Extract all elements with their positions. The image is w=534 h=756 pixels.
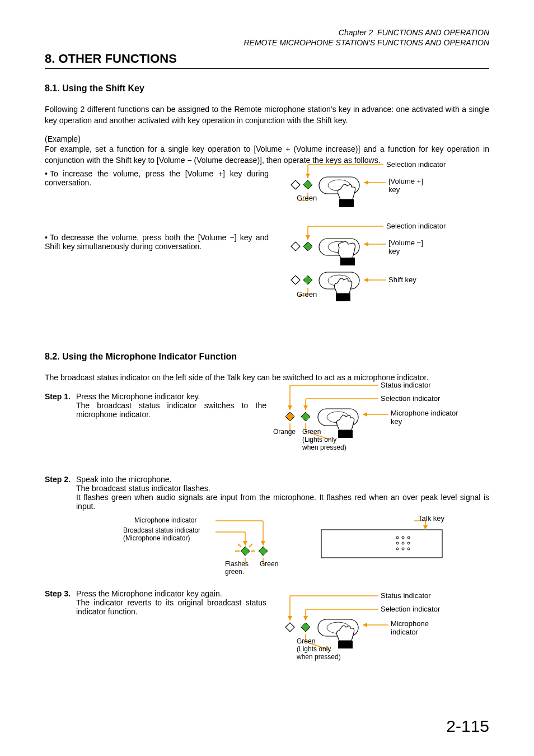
hand-icon (337, 415, 354, 438)
svg-marker-33 (288, 405, 292, 410)
speaker-grid-icon (396, 536, 410, 550)
label-talk-key: Talk key (418, 514, 444, 522)
label-selection-indicator: Selection indicator (386, 160, 446, 169)
svg-marker-77 (288, 616, 292, 620)
label-flashes-green: Flashes green. (225, 560, 249, 576)
svg-marker-80 (303, 616, 308, 620)
label-selection-indicator-s3: Selection indicator (381, 605, 440, 613)
label-selection-indicator-2: Selection indicator (386, 222, 446, 230)
svg-marker-28 (364, 278, 368, 282)
label-status-indicator-s3: Status indicator (381, 591, 431, 600)
label-green: Green (297, 194, 317, 202)
svg-point-65 (407, 536, 410, 539)
chapter-header-line1: Chapter 2 FUNCTIONS AND OPERATION (45, 28, 489, 37)
label-broadcast-status: Broadcast status indicator (Microphone i… (123, 526, 200, 542)
svg-marker-14 (306, 235, 310, 240)
label-shift-key: Shift key (388, 276, 416, 284)
label-lights-note: (Lights only when pressed) (302, 436, 346, 451)
svg-marker-37 (285, 412, 294, 421)
section-8-1-heading: 8.1. Using the Shift Key (45, 83, 489, 94)
svg-marker-23 (303, 276, 312, 284)
label-selection-indicator-s1: Selection indicator (381, 394, 440, 403)
label-green-s1: Green (302, 428, 321, 436)
svg-line-56 (238, 544, 241, 547)
section-8-1-intro: Following 2 different functions can be a… (45, 104, 489, 127)
label-mic-indicator-s3: Microphone indicator (391, 619, 429, 636)
chapter-number: Chapter 2 (339, 28, 373, 37)
svg-marker-4 (303, 180, 312, 189)
svg-marker-3 (291, 180, 300, 189)
svg-marker-59 (259, 547, 268, 556)
page: Chapter 2 FUNCTIONS AND OPERATION REMOTE… (0, 0, 534, 756)
svg-marker-36 (303, 405, 308, 410)
label-status-indicator: Status indicator (381, 381, 431, 389)
label-green-s3: Green (297, 637, 315, 645)
diagram-step-2-left: Microphone indicator Broadcast status in… (118, 514, 285, 576)
svg-marker-22 (291, 276, 300, 284)
svg-point-63 (396, 536, 399, 539)
svg-point-71 (407, 548, 410, 550)
label-volume-minus-key: [Volume −] key (388, 239, 423, 255)
bullet-2: •To decrease the volume, press both the … (45, 233, 269, 251)
svg-marker-82 (301, 623, 310, 632)
diagram-step-2-right: Talk key (319, 514, 448, 576)
svg-point-69 (396, 548, 399, 550)
svg-marker-81 (285, 623, 294, 632)
svg-marker-16 (303, 242, 312, 251)
section-8-title: 8. OTHER FUNCTIONS (45, 52, 489, 69)
diagram-volume-minus: Selection indicator [Volume −] key Shift… (269, 217, 470, 312)
svg-point-67 (402, 542, 404, 544)
svg-marker-11 (364, 180, 368, 185)
chapter-header-line2: REMOTE MICROPHONE STATION'S FUNCTIONS AN… (45, 38, 489, 47)
svg-marker-58 (241, 547, 250, 556)
svg-marker-38 (301, 412, 310, 421)
svg-marker-49 (261, 541, 265, 545)
label-mic-ind-key: Microphone indicator key (391, 409, 458, 426)
svg-marker-87 (363, 623, 367, 627)
step-2-label: Step 2. (45, 475, 76, 484)
svg-marker-21 (364, 242, 368, 246)
svg-marker-2 (306, 174, 310, 178)
section-8-2-heading: 8.2. Using the Microphone Indicator Func… (45, 352, 489, 362)
label-orange: Orange (273, 428, 296, 436)
step-3-text: Press the Microphone indicator key again… (76, 589, 266, 616)
example-label: (Example) (45, 134, 489, 143)
svg-rect-7 (339, 199, 354, 207)
bullet-1: •To increase the volume, press the [Volu… (45, 169, 269, 187)
page-number: 2-115 (446, 717, 489, 736)
label-green-s2: Green (260, 560, 278, 568)
svg-marker-73 (423, 525, 428, 530)
step-1-text: Press the Microphone indicator key. The … (76, 392, 266, 419)
svg-marker-15 (291, 242, 300, 251)
svg-rect-62 (321, 530, 442, 558)
label-green-2: Green (297, 290, 317, 298)
step-2-text: Speak into the microphone. The broadcast… (76, 475, 489, 511)
step-1-label: Step 1. (45, 392, 76, 401)
label-volume-plus-key: [Volume +] key (388, 177, 423, 194)
svg-point-64 (402, 536, 404, 539)
svg-point-70 (402, 548, 404, 550)
step-3-label: Step 3. (45, 589, 76, 598)
svg-point-68 (407, 542, 410, 544)
label-mic-indicator: Microphone indicator (134, 516, 196, 524)
hand-icon (338, 184, 355, 207)
svg-line-57 (249, 544, 252, 547)
hand-icon (338, 242, 355, 266)
chapter-title: FUNCTIONS AND OPERATION (377, 28, 489, 37)
hand-icon (335, 278, 352, 301)
svg-point-66 (396, 542, 399, 544)
diagram-step-3: Status indicator Selection indicator Mic… (266, 589, 490, 673)
svg-marker-43 (363, 412, 367, 417)
label-lights-note-s3: (Lights only when pressed) (297, 645, 341, 661)
diagram-volume-plus: Selection indicator [Volume +] key Green (269, 156, 470, 217)
svg-rect-19 (340, 258, 355, 265)
diagram-step-1: Status indicator Selection indicator Mic… (266, 379, 490, 457)
svg-rect-26 (336, 293, 350, 301)
